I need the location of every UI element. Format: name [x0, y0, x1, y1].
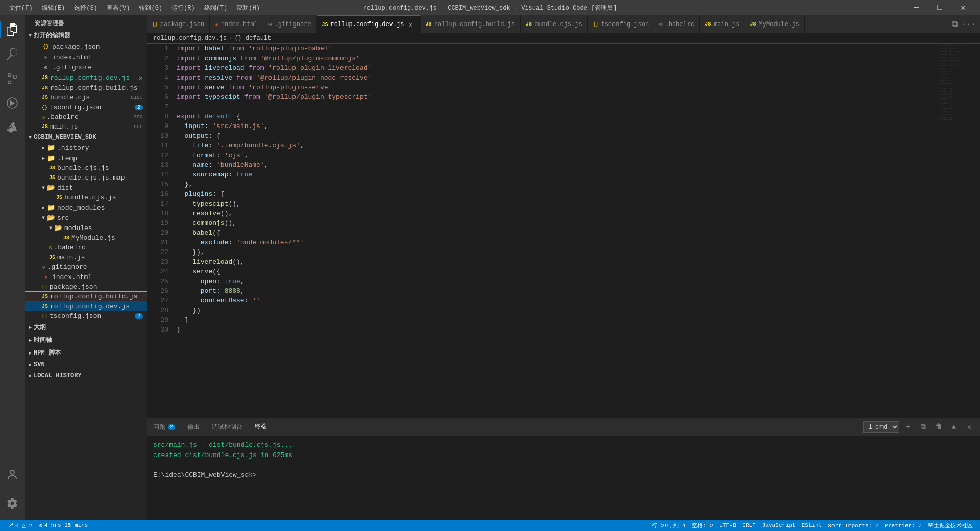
maximize-button[interactable]: □ [928, 0, 951, 15]
status-branch[interactable]: ⎇ 0 △ 2 [4, 520, 35, 531]
breadcrumb-section[interactable]: {} default [234, 35, 271, 42]
more-actions-button[interactable]: ··· [962, 17, 976, 32]
editor-tsconfig[interactable]: {} tsconfig.json 2 [24, 103, 147, 112]
tab-main-js[interactable]: JS main.js [700, 15, 745, 33]
status-eslint[interactable]: ESLint [799, 520, 825, 531]
panel-tab-debug[interactable]: 调试控制台 [206, 418, 249, 436]
status-prettier[interactable]: Prettier: ✓ [881, 520, 925, 531]
tab-rollup-dev[interactable]: JS rollup.config.dev.js ✕ [317, 15, 421, 33]
tab-label: main.js [714, 21, 739, 28]
folder-temp[interactable]: ▶ 📁 .temp [24, 153, 147, 163]
editor-label: package.json [52, 43, 143, 51]
new-terminal-button[interactable]: + [901, 420, 915, 434]
editor-gitignore[interactable]: ⊙ .gitignore [24, 62, 147, 72]
editor-rollup-build[interactable]: JS rollup.config.build.js [24, 83, 147, 93]
panel-tab-terminal[interactable]: 终端 [249, 418, 273, 436]
tab-tsconfig[interactable]: {} tsconfig.json [588, 15, 654, 33]
folder-src[interactable]: ▼ 📂 src [24, 213, 147, 223]
kill-terminal-button[interactable]: 🗑 [932, 420, 945, 434]
file-mymodule[interactable]: JS MyModule.js [24, 233, 147, 243]
tab-mymodule[interactable]: JS MyModule.js [745, 15, 805, 33]
menu-select[interactable]: 选择(S) [70, 3, 102, 13]
split-editor-button[interactable]: ⧉ [947, 17, 962, 32]
code-line-18: resolve(), [177, 209, 935, 218]
status-sort-imports[interactable]: Sort Imports: ✓ [825, 520, 881, 531]
folder-dist[interactable]: ▼ 📂 dist [24, 183, 147, 193]
menu-file[interactable]: 文件(F) [5, 3, 37, 13]
activity-source-control[interactable] [0, 66, 24, 91]
panel-tab-problems[interactable]: 问题 2 [147, 418, 181, 436]
file-rollup-build[interactable]: JS rollup.config.build.js [24, 292, 147, 301]
status-language[interactable]: JavaScript [759, 520, 799, 531]
activity-search[interactable] [0, 42, 24, 66]
eslint-text: ESLint [802, 522, 822, 528]
activity-explorer[interactable] [0, 17, 24, 42]
file-bundle-cjs-map[interactable]: JS bundle.cjs.js.map [24, 173, 147, 183]
branch-errors: 0 △ 2 [15, 522, 32, 529]
close-tab-icon[interactable]: ✕ [139, 73, 143, 82]
file-dist-bundle[interactable]: JS bundle.cjs.js [24, 193, 147, 203]
status-community[interactable]: 稀土掘金技术社区 [925, 520, 976, 531]
maximize-panel-button[interactable]: ▲ [947, 420, 961, 434]
tab-close-icon[interactable]: ✕ [407, 20, 415, 29]
status-time[interactable]: ⊗ 4 hrs 15 mins [36, 520, 91, 531]
menu-goto[interactable]: 转到(G) [135, 3, 166, 13]
activity-account[interactable] [0, 463, 24, 487]
editor-index-html[interactable]: ◈ index.html [24, 52, 147, 62]
status-spaces[interactable]: 空格: 2 [689, 520, 716, 531]
file-rollup-dev-selected[interactable]: JS rollup.config.dev.js [24, 301, 147, 311]
tab-index-html[interactable]: ◈ index.html [210, 15, 263, 33]
activity-extensions[interactable] [0, 115, 24, 140]
section-svn[interactable]: ▶ SVN [24, 359, 147, 370]
code-editor[interactable]: 1 2 3 4 5 6 7 8 9 10 11 12 13 14 15 16 1 [147, 44, 980, 418]
breadcrumb-file[interactable]: rollup.config.dev.js [153, 35, 227, 42]
file-babelrc-src[interactable]: ◎ .babelrc [24, 243, 147, 252]
panel-actions: 1: cmd + ⧉ 🗑 ▲ ✕ [863, 420, 980, 434]
terminal-dropdown[interactable]: 1: cmd [863, 421, 899, 433]
panel-tab-output[interactable]: 输出 [181, 418, 206, 436]
menu-terminal[interactable]: 终端(T) [200, 3, 232, 13]
error-badge: 2 [135, 313, 143, 319]
file-main-js-src[interactable]: JS main.js [24, 252, 147, 262]
status-eol[interactable]: CRLF [739, 520, 758, 531]
section-local-history[interactable]: ▶ LOCAL HISTORY [24, 370, 147, 382]
split-terminal-button[interactable]: ⧉ [917, 420, 930, 434]
terminal-content[interactable]: src/main.js → dist/bundle.cjs.js... crea… [147, 436, 980, 520]
file-package-json[interactable]: {} package.json [24, 282, 147, 292]
menu-edit[interactable]: 编辑(E) [38, 3, 69, 13]
section-ccbim[interactable]: ▼ CCBIM_WEBVIEW_SDK [24, 132, 147, 143]
editor-package-json[interactable]: {} package.json [24, 42, 147, 52]
tab-gitignore[interactable]: ⊙ .gitignore [263, 15, 317, 33]
file-index-html[interactable]: ◈ index.html [24, 272, 147, 282]
status-encoding[interactable]: UTF-8 [716, 520, 739, 531]
tab-babelrc[interactable]: ◎ .babelrc [654, 15, 700, 33]
editor-rollup-dev-active[interactable]: JS rollup.config.dev.js ✕ [24, 72, 147, 83]
section-npm[interactable]: ▶ NPM 脚本 [24, 346, 147, 359]
folder-history[interactable]: ▶ 📁 .history [24, 143, 147, 153]
tab-package-json[interactable]: {} package.json [147, 15, 210, 33]
menu-run[interactable]: 运行(R) [167, 3, 199, 13]
code-content[interactable]: import babel from 'rollup-plugin-babel' … [173, 44, 939, 418]
activity-run[interactable] [0, 91, 24, 115]
sidebar-scroll[interactable]: ▼ 打开的编辑器 {} package.json ◈ index.html ⊙ … [24, 29, 147, 520]
folder-modules[interactable]: ▼ 📂 modules [24, 223, 147, 233]
file-bundle-cjs-js[interactable]: JS bundle.cjs.js [24, 163, 147, 173]
activity-settings[interactable] [0, 491, 24, 516]
section-timeline[interactable]: ▶ 时间轴 [24, 334, 147, 346]
minimize-button[interactable]: ─ [904, 0, 928, 15]
tab-bundle-cjs[interactable]: JS bundle.cjs.js [521, 15, 588, 33]
folder-node-modules[interactable]: ▶ 📁 node_modules [24, 203, 147, 213]
close-panel-button[interactable]: ✕ [963, 420, 976, 434]
status-position[interactable]: 行 29，列 4 [649, 520, 689, 531]
tab-rollup-build[interactable]: JS rollup.config.build.js [421, 15, 521, 33]
file-gitignore[interactable]: ⊙ .gitignore [24, 262, 147, 272]
editor-babelrc[interactable]: ◎ .babelrc src [24, 112, 147, 122]
close-button[interactable]: ✕ [951, 0, 975, 15]
menu-view[interactable]: 查看(V) [103, 3, 134, 13]
section-outline[interactable]: ▶ 大纲 [24, 321, 147, 334]
menu-help[interactable]: 帮助(H) [232, 3, 264, 13]
section-open-editors[interactable]: ▼ 打开的编辑器 [24, 29, 147, 42]
file-tsconfig-json[interactable]: {} tsconfig.json 2 [24, 311, 147, 321]
editor-main-js[interactable]: JS main.js src [24, 122, 147, 132]
editor-bundle-cjs[interactable]: JS bundle.cjs dist [24, 93, 147, 103]
